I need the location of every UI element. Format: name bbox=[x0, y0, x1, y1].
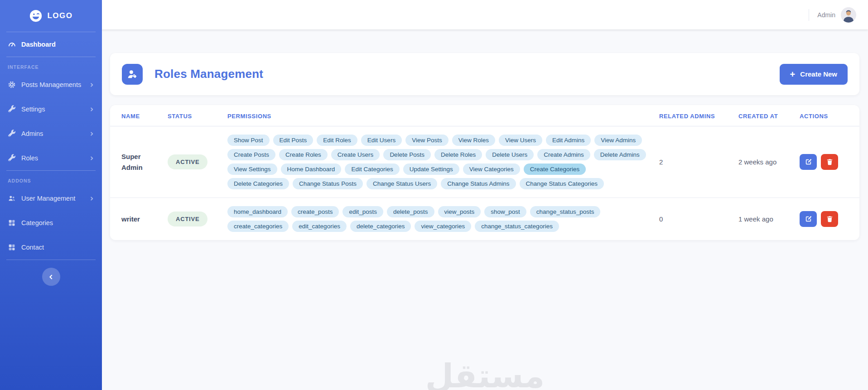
permission-pill: Change Status Posts bbox=[293, 178, 363, 189]
permission-pill: View Roles bbox=[452, 135, 495, 146]
edit-role-button[interactable] bbox=[800, 211, 817, 227]
column-header-status: STATUS bbox=[168, 113, 227, 120]
roles-table: NAMESTATUSPERMISSIONSRELATED ADMINSCREAT… bbox=[110, 105, 859, 240]
chevron-right-icon bbox=[89, 156, 94, 161]
column-header-actions: ACTIONS bbox=[800, 113, 848, 120]
chevron-left-icon bbox=[48, 274, 54, 280]
permission-pill: change_status_categories bbox=[475, 221, 559, 232]
permission-pill: edit_posts bbox=[342, 206, 383, 217]
divider bbox=[809, 9, 809, 21]
status-badge: ACTIVE bbox=[168, 154, 207, 169]
permission-pill: Delete Posts bbox=[383, 149, 431, 160]
delete-role-button[interactable] bbox=[821, 211, 838, 227]
chevron-right-icon bbox=[89, 107, 94, 112]
create-new-button[interactable]: + Create New bbox=[780, 64, 848, 85]
main-area: Admin bbox=[102, 0, 868, 390]
permission-pill: home_dashboard bbox=[227, 206, 288, 217]
sidebar-item-posts-managements[interactable]: Posts Managements bbox=[0, 72, 102, 97]
permission-pill: Show Post bbox=[227, 135, 270, 146]
permission-pill: Delete Users bbox=[486, 149, 534, 160]
permission-pill: view_categories bbox=[415, 221, 471, 232]
permission-pill: Edit Categories bbox=[345, 164, 399, 175]
user-avatar[interactable] bbox=[841, 7, 856, 23]
watermark-arabic: مستقل bbox=[422, 359, 548, 390]
created-at: 1 week ago bbox=[738, 215, 800, 223]
sidebar-item-categories[interactable]: Categories bbox=[0, 211, 102, 235]
sidebar-item-admins[interactable]: Admins bbox=[0, 121, 102, 146]
sidebar-section-label: INTERFACE bbox=[0, 57, 102, 72]
content: Roles Management + Create New NAMESTATUS… bbox=[102, 29, 868, 390]
permission-pill: delete_posts bbox=[387, 206, 434, 217]
edit-icon bbox=[805, 158, 812, 166]
watermark: مستقل mostaql.com bbox=[422, 359, 548, 390]
sidebar-nav: DashboardINTERFACEPosts ManagementsSetti… bbox=[0, 32, 102, 260]
sidebar-item-settings[interactable]: Settings bbox=[0, 97, 102, 121]
grid-icon bbox=[8, 243, 16, 251]
permission-pill: View Categories bbox=[463, 164, 520, 175]
permission-pill: Delete Categories bbox=[227, 178, 289, 189]
table-row: Super AdminACTIVEShow PostEdit PostsEdit… bbox=[110, 126, 859, 198]
sidebar-section-label: ADDONS bbox=[0, 171, 102, 186]
created-at: 2 weeks ago bbox=[738, 158, 800, 166]
permissions-list: Show PostEdit PostsEdit RolesEdit UsersV… bbox=[227, 135, 659, 189]
permission-pill: Create Users bbox=[331, 149, 380, 160]
topbar: Admin bbox=[102, 0, 868, 29]
user-tag-icon bbox=[122, 64, 143, 85]
permission-pill: Create Roles bbox=[279, 149, 328, 160]
sidebar-item-label: Contact bbox=[21, 244, 44, 251]
tachometer-icon bbox=[8, 40, 16, 48]
sidebar-collapse-button[interactable] bbox=[42, 268, 60, 286]
related-admins-count: 2 bbox=[659, 158, 738, 166]
sidebar-item-label: Admins bbox=[21, 130, 43, 137]
page-header-card: Roles Management + Create New bbox=[110, 53, 859, 95]
permission-pill: Edit Posts bbox=[273, 135, 313, 146]
sidebar-item-label: User Management bbox=[21, 195, 75, 202]
plus-icon: + bbox=[790, 70, 796, 79]
permission-pill: Change Status Users bbox=[366, 178, 437, 189]
sidebar-item-label: Categories bbox=[21, 219, 53, 226]
permission-pill: Create Admins bbox=[537, 149, 590, 160]
topbar-user-label: Admin bbox=[817, 11, 835, 19]
trash-icon bbox=[826, 158, 834, 166]
wrench-icon bbox=[8, 154, 16, 162]
permission-pill: Delete Admins bbox=[594, 149, 646, 160]
column-header-related-admins: RELATED ADMINS bbox=[659, 113, 738, 120]
permission-pill: create_posts bbox=[291, 206, 339, 217]
delete-role-button[interactable] bbox=[821, 154, 838, 170]
table-row: writerACTIVEhome_dashboardcreate_postsed… bbox=[110, 198, 859, 240]
app-root: LOGO DashboardINTERFACEPosts Managements… bbox=[0, 0, 868, 390]
status-cell: ACTIVE bbox=[168, 212, 227, 226]
permission-pill: View Users bbox=[499, 135, 542, 146]
status-badge: ACTIVE bbox=[168, 212, 207, 226]
logo-text: LOGO bbox=[47, 11, 72, 20]
permission-pill: Delete Roles bbox=[434, 149, 482, 160]
create-new-label: Create New bbox=[800, 70, 837, 78]
permission-pill: Edit Roles bbox=[317, 135, 357, 146]
related-admins-count: 0 bbox=[659, 215, 738, 223]
permission-pill: change_status_posts bbox=[530, 206, 601, 217]
gear-icon bbox=[8, 81, 16, 89]
permission-pill: Change Status Categories bbox=[520, 178, 604, 189]
users-icon bbox=[8, 194, 16, 202]
permission-pill: view_posts bbox=[438, 206, 481, 217]
status-cell: ACTIVE bbox=[168, 154, 227, 169]
edit-role-button[interactable] bbox=[800, 154, 817, 170]
column-header-name: NAME bbox=[121, 113, 168, 120]
page-title: Roles Management bbox=[154, 67, 263, 81]
permission-pill: Edit Users bbox=[361, 135, 402, 146]
permission-pill: Update Settings bbox=[403, 164, 459, 175]
sidebar-item-label: Posts Managements bbox=[21, 81, 81, 88]
permission-pill: delete_categories bbox=[350, 221, 411, 232]
permissions-list: home_dashboardcreate_postsedit_postsdele… bbox=[227, 206, 659, 232]
sidebar-item-contact[interactable]: Contact bbox=[0, 235, 102, 260]
sidebar-item-roles[interactable]: Roles bbox=[0, 146, 102, 170]
sidebar-item-dashboard[interactable]: Dashboard bbox=[0, 32, 102, 57]
sidebar-brand[interactable]: LOGO bbox=[0, 0, 102, 32]
chevron-right-icon bbox=[89, 82, 94, 87]
sidebar-item-user-management[interactable]: User Management bbox=[0, 186, 102, 211]
chevron-right-icon bbox=[89, 131, 94, 136]
permission-pill: Change Status Admins bbox=[441, 178, 516, 189]
role-name: Super Admin bbox=[121, 151, 168, 173]
permission-pill: edit_categories bbox=[292, 221, 347, 232]
sidebar-item-label: Dashboard bbox=[21, 41, 56, 48]
